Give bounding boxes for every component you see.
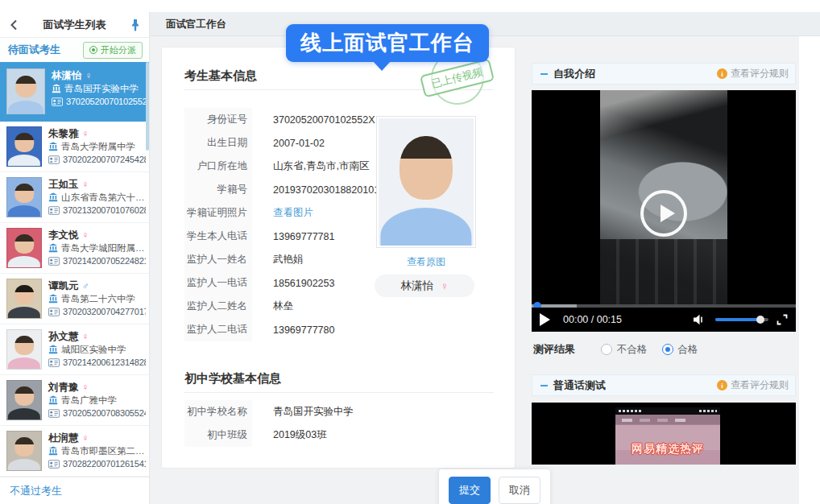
back-chevron-icon[interactable] bbox=[8, 19, 19, 31]
school-info-section-title: 初中学校基本信息 bbox=[184, 371, 281, 386]
student-photo bbox=[6, 177, 42, 217]
student-id: 370214200612314828 bbox=[63, 357, 146, 367]
phone-nav-row bbox=[615, 415, 720, 425]
start-assign-label: 开始分派 bbox=[101, 44, 136, 56]
student-name: 王如玉 bbox=[48, 178, 79, 192]
student-id: 37020520070102552X bbox=[66, 97, 146, 106]
student-card[interactable]: 刘青豫♀ 青岛广雅中学 370205200708305524 bbox=[0, 375, 149, 426]
student-school: 城阳区实验中学 bbox=[61, 344, 126, 356]
school-info-form: 初中学校名称青岛国开实验中学 初中班级2019级03班 bbox=[184, 400, 491, 447]
student-photo bbox=[6, 228, 42, 268]
video-time: 00:00 / 00:15 bbox=[563, 314, 685, 325]
form-row: 初中班级2019级03班 bbox=[184, 423, 491, 447]
radio-circle[interactable] bbox=[601, 344, 612, 355]
female-icon: ♀ bbox=[82, 229, 89, 241]
student-card[interactable]: 李文悦♀ 青岛大学城阳附属中学 370214200705224821 bbox=[0, 223, 149, 274]
mandarin-title: 普通话测试 bbox=[553, 378, 717, 393]
view-image-link[interactable]: 查看图片 bbox=[252, 206, 313, 220]
tab-interviewer-workbench[interactable]: 面试官工作台 bbox=[166, 12, 226, 36]
mandarin-video-player[interactable]: 网易精选热评 bbox=[532, 403, 796, 465]
start-assign-button[interactable]: 开始分派 bbox=[83, 42, 143, 59]
form-row: 初中学校名称青岛国开实验中学 bbox=[184, 400, 491, 423]
student-list: 林潇怡♀ 青岛国开实验中学 37020520070102552X 朱黎雅♀ 青岛… bbox=[0, 62, 149, 477]
female-icon: ♀ bbox=[85, 70, 93, 81]
student-school: 山东省青岛第六十三… bbox=[61, 192, 146, 204]
phone-statusbar bbox=[615, 407, 720, 415]
fullscreen-icon[interactable] bbox=[777, 314, 788, 325]
female-icon: ♀ bbox=[82, 382, 89, 393]
male-icon: ♂ bbox=[82, 280, 89, 291]
field-value: 山东省,青岛市,市南区 bbox=[252, 159, 369, 173]
form-footer: 提交 取消 bbox=[439, 469, 550, 504]
student-card[interactable]: 杜润慧♀ 青岛市即墨区第二十… 370282200701261541 bbox=[0, 426, 149, 477]
form-row: 学生本人电话13969777781 bbox=[184, 225, 394, 248]
info-icon: i bbox=[717, 380, 727, 390]
volume-icon[interactable] bbox=[693, 314, 707, 325]
school-icon bbox=[48, 243, 58, 253]
candidate-name: 林潇怡 bbox=[400, 279, 433, 293]
id-card-icon bbox=[48, 155, 60, 164]
student-name: 朱黎雅 bbox=[48, 127, 79, 141]
form-row: 学籍号2019370203018820101 bbox=[184, 178, 394, 201]
student-photo bbox=[6, 329, 42, 370]
form-row: 户口所在地山东省,青岛市,市南区 bbox=[184, 155, 394, 178]
form-row: 出生日期2007-01-02 bbox=[184, 131, 394, 155]
id-card-icon bbox=[48, 308, 60, 316]
submit-button[interactable]: 提交 bbox=[449, 477, 491, 504]
id-card-icon bbox=[48, 206, 60, 215]
student-card[interactable]: 王如玉♀ 山东省青岛第六十三… 370213200701076028 bbox=[0, 172, 149, 223]
id-card-icon bbox=[48, 257, 60, 266]
play-icon[interactable] bbox=[540, 313, 550, 326]
evaluation-result-label: 测评结果 bbox=[533, 342, 575, 357]
sidebar-header: 面试学生列表 bbox=[0, 12, 149, 38]
student-school: 青岛第二十六中学 bbox=[61, 293, 135, 305]
sidebar-scrollbar[interactable] bbox=[146, 62, 149, 151]
cancel-button[interactable]: 取消 bbox=[499, 477, 540, 504]
basic-info-section-title: 考生基本信息 bbox=[184, 68, 257, 84]
student-school: 青岛广雅中学 bbox=[61, 395, 117, 407]
field-value: 武艳娟 bbox=[252, 253, 304, 266]
interviewer-workbench-app: 面试学生列表 待面试考生 开始分派 林潇怡♀ 青岛国开实验中学 37020520… bbox=[0, 0, 820, 504]
student-card[interactable]: 林潇怡♀ 青岛国开实验中学 37020520070102552X bbox=[0, 62, 149, 122]
form-row: 监护人一电话18561902253 bbox=[184, 271, 394, 295]
self-intro-rules-link[interactable]: i 查看评分规则 bbox=[717, 67, 789, 81]
student-id: 370282200701261541 bbox=[63, 459, 146, 469]
student-photo bbox=[6, 68, 45, 114]
field-value: 青岛国开实验中学 bbox=[252, 405, 354, 419]
pin-icon[interactable] bbox=[130, 19, 141, 31]
student-school: 青岛大学附属中学 bbox=[61, 141, 135, 153]
sidebar-subheader: 待面试考生 开始分派 bbox=[0, 38, 149, 62]
field-value: 2007-01-02 bbox=[252, 138, 325, 149]
pending-candidates-label: 待面试考生 bbox=[8, 43, 60, 57]
evaluation-result-row: 测评结果 不合格 合格 bbox=[533, 341, 796, 357]
id-card-icon bbox=[48, 358, 60, 367]
info-icon: i bbox=[717, 68, 727, 79]
radio-pass[interactable]: 合格 bbox=[662, 343, 698, 357]
student-card[interactable]: 朱黎雅♀ 青岛大学附属中学 370202200707245428 bbox=[0, 122, 149, 172]
collapse-icon[interactable] bbox=[540, 73, 548, 75]
student-name: 孙文慧 bbox=[48, 330, 79, 344]
form-row: 学籍证明照片查看图片 bbox=[184, 201, 394, 225]
failed-candidates-link[interactable]: 不通过考生 bbox=[0, 477, 149, 504]
view-original-link[interactable]: 查看原图 bbox=[376, 255, 476, 269]
student-id: 370202200707245428 bbox=[63, 155, 146, 164]
collapse-icon[interactable] bbox=[540, 385, 548, 386]
student-card[interactable]: 孙文慧♀ 城阳区实验中学 370214200612314828 bbox=[0, 324, 149, 375]
student-card[interactable]: 谭凯元♂ 青岛第二十六中学 370203200704277017 bbox=[0, 274, 149, 324]
sidebar-title: 面试学生列表 bbox=[19, 18, 130, 32]
radio-fail[interactable]: 不合格 bbox=[601, 343, 648, 357]
mandarin-rules-link[interactable]: i 查看评分规则 bbox=[717, 378, 789, 392]
volume-knob[interactable] bbox=[756, 316, 764, 324]
field-value: 2019370203018820101 bbox=[252, 184, 379, 196]
school-icon bbox=[48, 294, 58, 304]
id-card-icon bbox=[52, 97, 63, 106]
student-id: 370213200701076028 bbox=[63, 205, 146, 215]
candidate-detail-card: 考生基本信息 已上传视频 身份证号37020520070102552X 出生日期… bbox=[161, 47, 516, 469]
play-button-overlay[interactable] bbox=[640, 190, 687, 237]
radio-circle[interactable] bbox=[662, 344, 673, 355]
volume-slider[interactable] bbox=[715, 318, 768, 321]
id-card-icon bbox=[48, 460, 60, 469]
field-value: 13969777781 bbox=[252, 231, 334, 242]
school-icon bbox=[52, 84, 61, 93]
video-frame-keyboard bbox=[600, 239, 727, 308]
